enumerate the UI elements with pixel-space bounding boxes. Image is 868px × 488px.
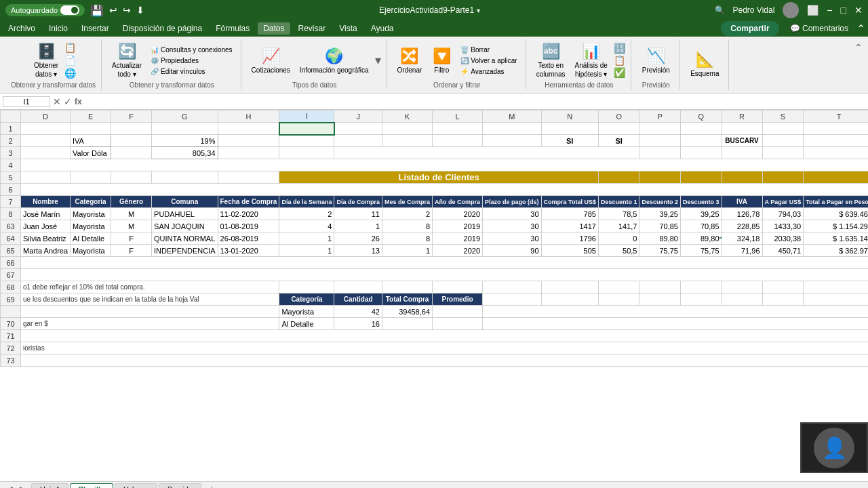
cell-s1[interactable] — [762, 123, 804, 135]
cell-e8[interactable]: Mayorista — [71, 208, 111, 220]
cell-e3[interactable]: Valor Dóla — [71, 147, 111, 159]
cell-t2[interactable] — [804, 135, 868, 147]
cell-m2[interactable] — [483, 135, 542, 147]
geo-info-button[interactable]: 🌍 Información geográfica — [296, 45, 372, 76]
cell-t7-header[interactable]: Total a Pagar en Pesos — [804, 196, 868, 208]
cell-g1[interactable] — [152, 123, 218, 135]
cell-g5[interactable] — [152, 171, 218, 184]
cell-p65[interactable]: 75,75 — [639, 245, 681, 257]
cell-d64[interactable]: Silvia Beatriz — [21, 232, 71, 245]
cell-p63[interactable]: 70,85 — [639, 220, 681, 232]
cell-i8[interactable]: 2 — [279, 208, 334, 220]
forecast-button[interactable]: 📉 Previsión — [639, 45, 673, 76]
cell-s3[interactable] — [762, 147, 804, 159]
cell-s7-header[interactable]: A Pagar US$ — [762, 196, 804, 208]
refresh-all-button[interactable]: 🔄 Actualizar todo ▾ — [108, 41, 145, 80]
cell-s2[interactable] — [762, 135, 804, 147]
cell-p8[interactable]: 39,25 — [639, 208, 681, 220]
cell-g7-header[interactable]: Comuna — [152, 196, 218, 208]
cell-n68[interactable] — [541, 281, 598, 293]
cell-d68-note[interactable]: o1 debe reflejar el 10% del total compra… — [21, 281, 279, 293]
advanced-btn[interactable]: ⚡ Avanzadas — [458, 66, 519, 77]
cell-s64[interactable]: 2030,38 — [762, 232, 804, 245]
cell-m63[interactable]: 30 — [483, 220, 542, 232]
col-header-i[interactable]: I — [279, 110, 334, 123]
cell-k65[interactable]: 1 — [382, 245, 433, 257]
cell-e2[interactable]: IVA — [71, 135, 111, 147]
comments-button[interactable]: 💬 Comentarios — [790, 24, 848, 33]
cell-i7-header[interactable]: Día de la Semana — [279, 196, 334, 208]
cell-i63[interactable]: 4 — [279, 220, 334, 232]
cell-o5[interactable] — [680, 171, 722, 184]
cell-k1[interactable] — [382, 123, 433, 135]
cell-reference-input[interactable]: I1 — [3, 96, 50, 107]
autosave-toggle[interactable]: Autoguardado — [5, 4, 85, 16]
close-btn[interactable]: ✕ — [854, 5, 863, 16]
cell-m8[interactable]: 30 — [483, 208, 542, 220]
col-header-l[interactable]: L — [433, 110, 483, 123]
reapply-btn[interactable]: 🔄 Volver a aplicar — [458, 56, 519, 66]
cell-e64[interactable]: Al Detalle — [71, 232, 111, 245]
menu-archivo[interactable]: Archivo — [3, 22, 41, 35]
cell-l7-header[interactable]: Año de Compra — [433, 196, 483, 208]
cell-i1[interactable] — [279, 123, 334, 135]
cell-t63[interactable]: $ 1.154.294 — [804, 220, 868, 232]
cell-j63[interactable]: 1 — [334, 220, 382, 232]
cell-q8[interactable]: 39,25 — [680, 208, 722, 220]
cell-k69b[interactable]: 39458,64 — [382, 306, 433, 318]
cell-o64[interactable]: 0 — [598, 232, 639, 245]
cell-m1[interactable] — [483, 123, 542, 135]
cell-t69[interactable] — [804, 293, 868, 306]
cell-d7-header[interactable]: Nombre — [21, 196, 71, 208]
col-header-h[interactable]: H — [218, 110, 279, 123]
confirm-formula-icon[interactable]: ✓ — [64, 96, 72, 107]
cell-e65[interactable]: Mayorista — [71, 245, 111, 257]
menu-disposicion[interactable]: Disposición de página — [117, 22, 208, 35]
cell-r7-header[interactable]: IVA — [722, 196, 762, 208]
queries-connections-btn[interactable]: 📊 Consultas y conexiones — [148, 45, 235, 55]
cell-p69[interactable] — [639, 293, 681, 306]
cell-f63[interactable]: M — [111, 220, 152, 232]
cell-g64[interactable]: QUINTA NORMAL — [152, 232, 218, 245]
col-header-k[interactable]: K — [382, 110, 433, 123]
cell-d1[interactable] — [21, 123, 71, 135]
cell-m7-header[interactable]: Plazo de pago (ds) — [483, 196, 542, 208]
cell-l1[interactable] — [433, 123, 483, 135]
cell-r68[interactable] — [722, 281, 762, 293]
cell-i2[interactable] — [279, 135, 334, 147]
clear-btn[interactable]: 🗑️ Borrar — [458, 45, 519, 55]
cell-h65[interactable]: 13-01-2020 — [218, 245, 279, 257]
cell-p7-header[interactable]: Descuento 2 — [639, 196, 681, 208]
cell-h5[interactable] — [218, 171, 279, 184]
cell-r65[interactable]: 71,96 — [722, 245, 762, 257]
cell-q7-header[interactable]: Descuento 3 — [680, 196, 722, 208]
share-button[interactable]: Compartir — [721, 21, 778, 36]
cell-m65[interactable]: 90 — [483, 245, 542, 257]
cell-k70[interactable] — [382, 318, 433, 330]
cell-i3[interactable] — [279, 147, 334, 159]
cell-j1[interactable] — [334, 123, 382, 135]
cell-r63[interactable]: 228,85 — [722, 220, 762, 232]
cell-n7-header[interactable]: Compra Total US$ — [541, 196, 598, 208]
insert-function-icon[interactable]: fx — [75, 97, 82, 106]
cell-g2[interactable]: 19% — [152, 135, 218, 147]
cell-n64[interactable]: 1796 — [541, 232, 598, 245]
cell-o63[interactable]: 141,7 — [598, 220, 639, 232]
cell-t1[interactable] — [804, 123, 868, 135]
cell-k2[interactable] — [382, 135, 433, 147]
cell-e1[interactable] — [71, 123, 111, 135]
cell-i64[interactable]: 1 — [279, 232, 334, 245]
cell-o1[interactable] — [598, 123, 639, 135]
cell-f1[interactable] — [111, 123, 152, 135]
cell-g65[interactable]: INDEPENDENCIA — [152, 245, 218, 257]
cell-f64[interactable]: F — [111, 232, 152, 245]
cell-s68[interactable] — [762, 281, 804, 293]
cell-q2[interactable] — [680, 135, 722, 147]
cell-d2[interactable] — [21, 135, 71, 147]
cell-e63[interactable]: Mayorista — [71, 220, 111, 232]
undo-icon[interactable]: ↩ — [109, 5, 117, 16]
cell-j70[interactable]: 16 — [334, 318, 382, 330]
cell-i68[interactable] — [279, 281, 334, 293]
menu-inicio[interactable]: Inicio — [43, 22, 73, 35]
col-header-d[interactable]: D — [21, 110, 71, 123]
